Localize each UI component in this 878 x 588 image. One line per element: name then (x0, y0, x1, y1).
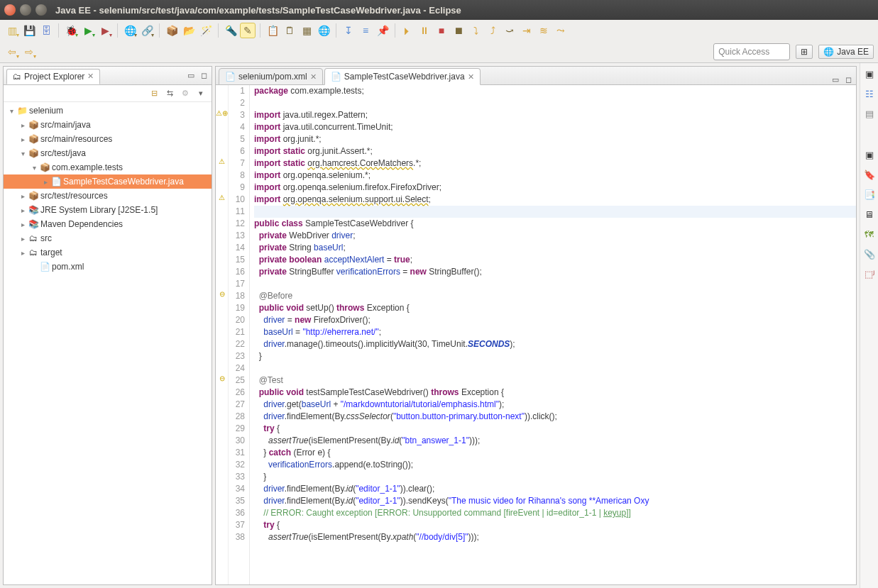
editor-tab[interactable]: 📄selenium/pom.xml✕ (219, 68, 323, 85)
tree-node[interactable]: ▸📦src/test/resources (4, 189, 212, 203)
markers-view-icon[interactable]: 🔖 (863, 168, 876, 181)
pause-icon[interactable]: ⏸ (417, 23, 432, 38)
view-menu-icon[interactable]: ▾ (196, 89, 206, 99)
terminate-icon[interactable]: ≋ (536, 23, 552, 38)
forward-icon[interactable]: ⇨▾ (21, 44, 37, 60)
properties-view-icon[interactable]: 📑 (863, 188, 876, 201)
close-icon[interactable]: ✕ (87, 72, 94, 81)
debug-icon[interactable]: 🐞▾ (63, 23, 79, 38)
save-all-icon[interactable]: 🗄 (38, 23, 54, 38)
console-view-icon[interactable]: ⬚ᴶ (863, 267, 876, 280)
minimize-icon[interactable]: ▭ (830, 74, 840, 84)
separator (336, 23, 336, 38)
step-into-icon[interactable]: ⤵ (468, 23, 483, 38)
editor-tabs: 📄selenium/pom.xml✕📄SampleTestCaseWebdriv… (216, 67, 856, 85)
new-connection-icon[interactable]: 🔗▾ (139, 23, 155, 38)
separator (159, 23, 160, 38)
tree-node[interactable]: ▾📁selenium (4, 104, 212, 118)
close-icon[interactable]: ✕ (468, 72, 474, 82)
main-toolbar: ▥▾ 💾 🗄 🐞▾ ▶▾ ▶▾ 🌐▾ 🔗▾ 📦 📂 🪄 🔦 ✎ 📋 🗒 ▦ 🌐 … (0, 20, 878, 63)
link-editor-icon[interactable]: ⇆ (165, 89, 175, 99)
snippets-view-icon[interactable]: 📎 (863, 248, 876, 260)
new-server-icon[interactable]: 🌐▾ (122, 23, 138, 38)
tree-node[interactable]: ▸📚JRE System Library [J2SE-1.5] (4, 203, 212, 217)
project-explorer-title: Project Explorer (24, 72, 84, 82)
editor-tab[interactable]: 📄SampleTestCaseWebdriver.java✕ (324, 68, 481, 85)
restore-icon[interactable]: ▣ (863, 67, 876, 80)
collapse-all-icon[interactable]: ⊟ (149, 89, 159, 99)
tree-node[interactable]: ▸🗂src (4, 231, 212, 245)
window-maximize-button[interactable] (35, 4, 47, 16)
separator (260, 23, 260, 38)
separator (218, 23, 219, 38)
toggle-mark-icon[interactable]: ✎ (240, 23, 256, 38)
quick-access-input[interactable]: Quick Access (713, 43, 790, 60)
next-annotation-icon[interactable]: ↧ (341, 23, 356, 38)
pin-icon[interactable]: 📌 (375, 23, 390, 38)
skip-icon[interactable]: ⤳ (553, 23, 569, 38)
browser-icon[interactable]: 🌐 (316, 23, 331, 38)
step-over-icon[interactable]: ⏵ (400, 23, 415, 38)
tree-node[interactable]: ▾📦src/test/java (4, 146, 212, 160)
run-icon[interactable]: ▶▾ (80, 23, 96, 38)
view-rail: ▣ ☷ ▤ ▣ 🔖 📑 🖥 🗺 📎 ⬚ᴶ (860, 63, 878, 588)
outline-icon[interactable]: ▦ (299, 23, 314, 38)
disconnect-icon[interactable]: ⏹ (451, 23, 466, 38)
file-icon: 📄 (225, 72, 236, 82)
outline-view-icon[interactable]: ☷ (863, 87, 876, 100)
tree-node[interactable]: ▸📦src/main/java (4, 118, 212, 132)
stop-icon[interactable]: ■ (434, 23, 449, 38)
source-area[interactable]: package com.example.tests; import java.u… (250, 85, 856, 584)
new-package-icon[interactable]: 📦 (164, 23, 180, 38)
separator (117, 23, 118, 38)
minimize-icon[interactable]: ▭ (186, 71, 196, 81)
window-title: Java EE - selenium/src/test/java/com/exa… (55, 5, 461, 16)
resume-icon[interactable]: ⇥ (519, 23, 534, 38)
window-titlebar: Java EE - selenium/src/test/java/com/exa… (0, 0, 878, 20)
code-editor[interactable]: ⚠⊕⚠⚠⊖⊖ 123456789101112131415161718192021… (216, 85, 856, 584)
back-icon[interactable]: ⇦▾ (4, 44, 20, 60)
close-icon[interactable]: ✕ (310, 72, 317, 82)
tree-node[interactable]: ▸📚Maven Dependencies (4, 217, 212, 231)
step-return-icon[interactable]: ⤴ (485, 23, 500, 38)
project-tree[interactable]: ▾📁selenium▸📦src/main/java▸📦src/main/reso… (4, 102, 212, 584)
search-icon[interactable]: 🔦 (223, 23, 238, 38)
open-task-icon[interactable]: 🗒 (282, 23, 297, 38)
maximize-icon[interactable]: ◻ (843, 74, 853, 84)
separator (58, 23, 59, 38)
tree-node[interactable]: ▸📦src/main/resources (4, 132, 212, 146)
open-perspective-button[interactable]: ⊞ (796, 45, 813, 59)
drop-frame-icon[interactable]: ⤻ (502, 23, 517, 38)
project-explorer-panel: 🗂 Project Explorer ✕ ▭ ◻ ⊟ ⇆ ⚙ ▾ ▾📁selen… (3, 66, 212, 585)
restore2-icon[interactable]: ▣ (863, 148, 876, 161)
javaee-perspective-button[interactable]: 🌐 Java EE (818, 45, 874, 59)
marker-bar[interactable]: ⚠⊕⚠⚠⊖⊖ (216, 85, 229, 584)
open-type-icon[interactable]: 📋 (265, 23, 280, 38)
wand-icon[interactable]: 🪄 (198, 23, 214, 38)
main-area: 🗂 Project Explorer ✕ ▭ ◻ ⊟ ⇆ ⚙ ▾ ▾📁selen… (0, 63, 878, 588)
data-source-icon[interactable]: 🗺 (863, 228, 876, 240)
separator (395, 23, 395, 38)
editor-panel: 📄selenium/pom.xml✕📄SampleTestCaseWebdriv… (215, 66, 857, 585)
window-close-button[interactable] (4, 4, 16, 16)
maximize-icon[interactable]: ◻ (199, 71, 209, 81)
new-icon[interactable]: ▥▾ (4, 23, 20, 38)
project-explorer-tab[interactable]: 🗂 Project Explorer ✕ (6, 69, 100, 84)
project-explorer-icon: 🗂 (13, 72, 21, 82)
prev-annotation-icon[interactable]: ≡ (358, 23, 373, 38)
servers-view-icon[interactable]: 🖥 (863, 208, 876, 221)
run-last-icon[interactable]: ▶▾ (97, 23, 113, 38)
line-gutter[interactable]: 1234567891011121314151617181920212223242… (229, 85, 250, 584)
tree-node[interactable]: ▸📄SampleTestCaseWebdriver.java (4, 174, 212, 189)
window-minimize-button[interactable] (20, 4, 31, 16)
tree-node[interactable]: ▸🗂target (4, 245, 212, 260)
new-class-icon[interactable]: 📂 (181, 23, 197, 38)
tree-node[interactable]: 📄pom.xml (4, 260, 212, 274)
save-icon[interactable]: 💾 (21, 23, 37, 38)
tasklist-view-icon[interactable]: ▤ (863, 107, 876, 120)
filter-icon[interactable]: ⚙ (180, 89, 190, 99)
tree-node[interactable]: ▾📦com.example.tests (4, 160, 212, 174)
file-icon: 📄 (331, 72, 341, 82)
